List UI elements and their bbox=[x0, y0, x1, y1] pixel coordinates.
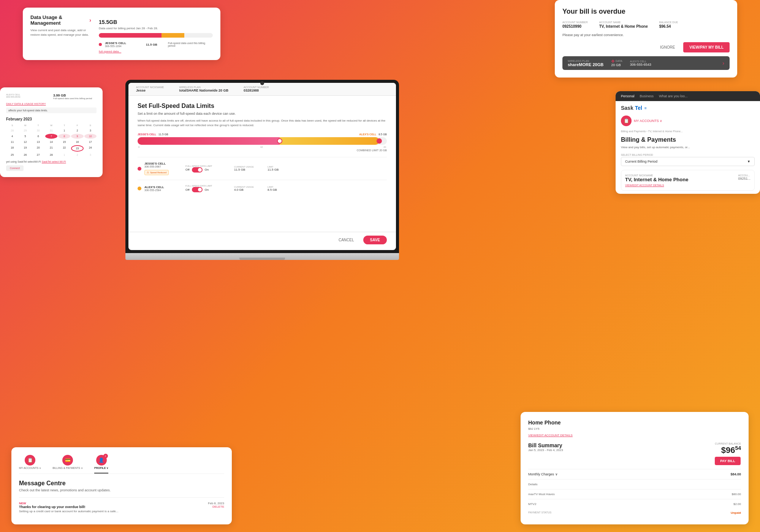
cal-day[interactable]: 12 bbox=[19, 139, 31, 144]
save-button[interactable]: SAVE bbox=[363, 236, 387, 244]
cal-day[interactable]: 14 bbox=[45, 139, 57, 144]
bill-summary-period: Jan 5, 2023 - Feb 4, 2023 bbox=[528, 448, 563, 452]
cal-day[interactable]: 8 bbox=[58, 134, 70, 139]
cal-day-today[interactable]: 23 bbox=[71, 145, 83, 152]
view-pay-button[interactable]: VIEW/PAY MY BILL bbox=[683, 42, 730, 52]
alex-gb-stat: 3.99 GB Full-speed data used this billin… bbox=[53, 93, 97, 100]
cal-day[interactable]: 2 bbox=[71, 152, 83, 157]
cal-day[interactable]: 9 bbox=[71, 134, 83, 139]
message-right: Feb 8, 2023 DELETE bbox=[208, 502, 224, 508]
cal-day[interactable]: 28 bbox=[45, 152, 57, 157]
cell-stats: ALEX'S CELL 306-555-6543 3.99 GB Full-sp… bbox=[6, 93, 97, 100]
cal-day[interactable]: 19 bbox=[19, 145, 31, 152]
cal-day[interactable]: 1 bbox=[58, 128, 70, 133]
combined-limit: COMBINED LIMIT 20 GB bbox=[138, 149, 387, 152]
full-speed-link[interactable]: full-speed data... bbox=[99, 50, 213, 53]
cal-day[interactable]: 17 bbox=[84, 139, 97, 144]
jesse-device-row: JESSE'S CELL 306-555-0987 Speed Reduced … bbox=[138, 157, 387, 180]
cal-day[interactable]: 13 bbox=[32, 139, 44, 144]
account-num-value: 092510990 bbox=[562, 24, 588, 28]
cal-day[interactable]: 29 bbox=[19, 128, 31, 133]
cal-day[interactable]: 15 bbox=[58, 139, 70, 144]
cal-day[interactable]: 22 bbox=[58, 145, 70, 152]
cal-day[interactable]: 16 bbox=[71, 139, 83, 144]
cal-day[interactable]: 11 bbox=[6, 139, 18, 144]
billing-period-label: SELECT BILLING PERIOD bbox=[616, 152, 760, 157]
calendar-month: February 2023 bbox=[6, 117, 97, 121]
alex-limit-value: 8.5 GB bbox=[268, 188, 290, 192]
alex-toggle-control[interactable] bbox=[192, 187, 203, 192]
view-edit-link-bottom[interactable]: VIEW/EDIT ACCOUNT DETAILS bbox=[528, 434, 741, 437]
account-number-field-overdue: ACCOUNT NUMBER 092510990 bbox=[562, 21, 588, 28]
payment-status-row: PAYMENT STATUS Unpaid bbox=[528, 509, 741, 517]
pay-bill-button[interactable]: PAY BILL bbox=[715, 457, 740, 465]
cal-day[interactable]: 1 bbox=[58, 152, 70, 157]
maxtv-value: $80.00 bbox=[732, 492, 741, 496]
jesse-toggle-control[interactable] bbox=[192, 167, 203, 173]
message-centre-card: 📋 MY ACCOUNTS ∨ 💳 BILLING & PAYMENTS ∨ 👤… bbox=[11, 447, 232, 524]
cal-day[interactable]: 26 bbox=[19, 152, 31, 157]
cal-day[interactable]: 18 bbox=[6, 145, 18, 152]
profile-nav[interactable]: 👤 2 PROFILE ∨ bbox=[94, 455, 108, 470]
slider-track[interactable] bbox=[138, 137, 387, 145]
jesse-thumb[interactable] bbox=[277, 138, 282, 144]
delete-button[interactable]: DELETE bbox=[208, 505, 224, 508]
data-slider-section: JESSE'S CELL 11.5 GB ALEX'S CELL 8.5 GB bbox=[138, 133, 387, 152]
cal-day[interactable]: 5 bbox=[19, 134, 31, 139]
cal-day[interactable]: 4 bbox=[6, 134, 18, 139]
cancel-button[interactable]: CANCEL bbox=[334, 236, 359, 244]
cal-day[interactable]: 21 bbox=[45, 145, 57, 152]
alex-stat-number: 306-555-6543 bbox=[6, 96, 49, 98]
billing-period-select[interactable]: Current Billing Period ▼ bbox=[621, 157, 755, 166]
cal-header-t: T bbox=[32, 124, 44, 127]
alex-thumb[interactable] bbox=[377, 138, 382, 144]
my-accounts-nav[interactable]: 📋 MY ACCOUNTS ∨ bbox=[19, 455, 41, 470]
cell-number-bar: 306-555-6543 bbox=[630, 63, 651, 66]
jesse-toggle-track[interactable] bbox=[192, 167, 203, 173]
affects-text: affects your full-speed data limits. bbox=[6, 108, 97, 113]
view-edit-link-right[interactable]: VIEW/EDIT ACCOUNT DETAILS bbox=[625, 184, 750, 187]
monthly-charges-value: $84.00 bbox=[730, 472, 741, 476]
plan-arrow-icon[interactable]: › bbox=[722, 60, 724, 66]
overdue-message: Please pay at your earliest convenience. bbox=[562, 33, 730, 37]
my-accounts-icon: 📋 bbox=[621, 116, 632, 126]
daily-link[interactable]: DAILY DATA & USAGE HISTORY bbox=[6, 103, 97, 105]
cal-day[interactable]: 6 bbox=[32, 134, 44, 139]
cal-day[interactable]: 2 bbox=[71, 128, 83, 133]
nav-business[interactable]: Business bbox=[640, 94, 654, 98]
account-nickname-value: Jesse bbox=[136, 89, 164, 92]
bottom-nav: 📋 MY ACCOUNTS ∨ 💳 BILLING & PAYMENTS ∨ 👤… bbox=[19, 455, 224, 474]
chevron-right-icon[interactable]: › bbox=[89, 17, 91, 23]
cal-day[interactable]: 28 bbox=[6, 128, 18, 133]
cal-day[interactable]: 30 bbox=[32, 128, 44, 133]
jesse-number: 306-555-0987 bbox=[144, 165, 182, 168]
message-item: NEW Thanks for clearing up your overdue … bbox=[19, 497, 224, 517]
cal-day-selected[interactable]: 7 bbox=[45, 134, 57, 139]
cal-day[interactable]: 27 bbox=[32, 152, 44, 157]
wi-fi-link[interactable]: SaskTel select WI-FI bbox=[42, 160, 66, 163]
cal-day[interactable]: 3 bbox=[84, 152, 97, 157]
usage-bar-orange bbox=[162, 33, 184, 38]
alex-toggle-thumb bbox=[198, 188, 202, 192]
cal-day[interactable]: 20 bbox=[32, 145, 44, 152]
cal-day[interactable]: 31 bbox=[45, 128, 57, 133]
alex-toggle-track[interactable] bbox=[192, 187, 203, 192]
wi-fi-button[interactable]: Connect bbox=[6, 165, 24, 171]
cal-day[interactable]: 10 bbox=[84, 134, 97, 139]
cal-day[interactable]: 3 bbox=[84, 128, 97, 133]
nav-personal[interactable]: Personal bbox=[621, 94, 635, 98]
monthly-charges-label: Monthly Charges ∨ bbox=[528, 472, 558, 476]
my-accounts-label[interactable]: MY ACCOUNTS ∨ bbox=[634, 119, 662, 123]
ignore-button[interactable]: IGNORE bbox=[656, 43, 679, 52]
jesse-gb: 11.5 GB bbox=[146, 43, 165, 46]
chevron-down-icon: ▼ bbox=[747, 160, 750, 163]
maxtv-label: maxTV Must Haves bbox=[528, 492, 555, 496]
alex-usage-value: 4.0 GB bbox=[234, 188, 264, 192]
nav-search[interactable]: What are you loo... bbox=[659, 94, 688, 98]
slider-ticks: 0 10 20 bbox=[138, 146, 387, 148]
laptop-screen: ACCOUNT NICKNAME Jesse WIRELESS PLAN tot… bbox=[125, 80, 399, 253]
alex-limit: LIMIT 8.5 GB bbox=[268, 186, 290, 192]
billing-payments-nav[interactable]: 💳 BILLING & PAYMENTS ∨ bbox=[52, 455, 83, 470]
cal-day[interactable]: 25 bbox=[6, 152, 18, 157]
cal-day[interactable]: 24 bbox=[84, 145, 97, 152]
